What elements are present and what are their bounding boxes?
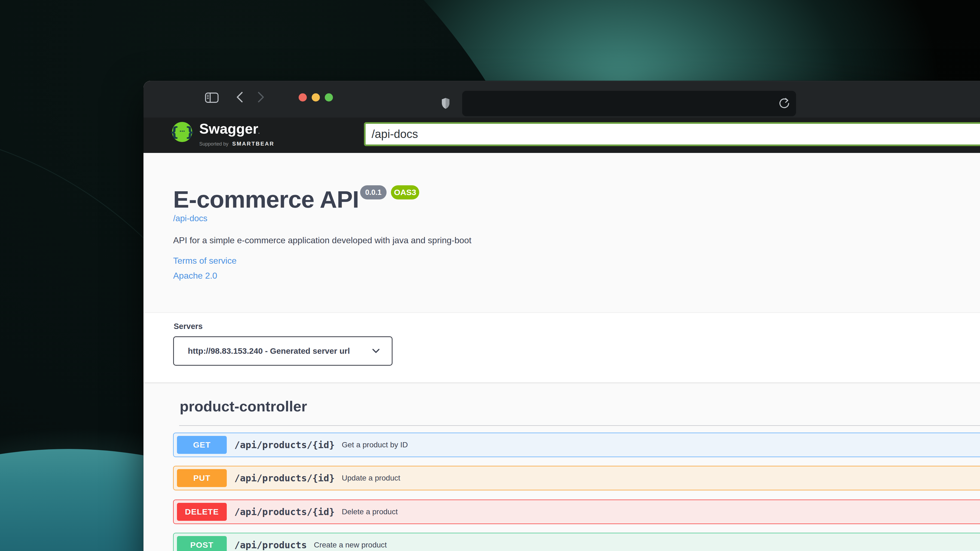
server-select-value: http://98.83.153.240 - Generated server … (188, 346, 350, 356)
swagger-page: E-commerce API 0.0.1 OAS3 /api-docs API … (143, 153, 980, 551)
swagger-logo: {···} Swagger. Supported by SMARTBEAR (172, 121, 274, 147)
address-bar[interactable] (462, 91, 796, 116)
swagger-topbar: {···} Swagger. Supported by SMARTBEAR (143, 118, 980, 153)
version-badge: 0.0.1 (360, 185, 387, 200)
close-window-button[interactable] (299, 93, 307, 102)
license-link[interactable]: Apache 2.0 (173, 271, 217, 281)
http-method-badge[interactable]: PUT (177, 469, 227, 487)
swagger-logo-wordmark: Swagger. (199, 121, 274, 140)
oas3-badge: OAS3 (391, 185, 419, 200)
forward-button-icon[interactable] (258, 92, 264, 103)
browser-toolbar (143, 81, 980, 118)
operation-row[interactable]: PUT /api/products/{id} Update a product (173, 466, 980, 490)
operation-summary: Update a product (342, 474, 400, 483)
http-method-badge[interactable]: DELETE (177, 503, 227, 521)
servers-panel: Servers http://98.83.153.240 - Generated… (143, 313, 980, 382)
spec-link[interactable]: /api-docs (173, 214, 207, 223)
terms-of-service-link[interactable]: Terms of service (173, 256, 237, 266)
operation-summary: Delete a product (342, 508, 398, 516)
desktop: {···} Swagger. Supported by SMARTBEAR E-… (0, 0, 980, 551)
operation-summary: Create a new product (314, 541, 387, 549)
api-title: E-commerce API (173, 186, 359, 213)
operation-summary: Get a product by ID (342, 440, 408, 449)
privacy-shield-icon[interactable] (441, 97, 450, 110)
zoom-window-button[interactable] (325, 93, 333, 102)
operation-row[interactable]: POST /api/products Create a new product (173, 533, 980, 551)
http-method-badge[interactable]: POST (177, 536, 227, 551)
controller-tag-heading[interactable]: product-controller (180, 398, 307, 415)
swagger-logo-icon: {···} (172, 122, 192, 142)
servers-label: Servers (174, 322, 202, 331)
api-description: API for a simple e-commerce application … (173, 235, 471, 245)
operation-row[interactable]: GET /api/products/{id} Get a product by … (173, 433, 980, 457)
back-button-icon[interactable] (236, 92, 243, 103)
minimize-window-button[interactable] (312, 93, 320, 102)
supported-by-label: Supported by (199, 141, 228, 147)
smartbear-wordmark: SMARTBEAR (232, 141, 274, 147)
operation-path: /api/products/{id} (234, 473, 334, 484)
spec-url-input[interactable] (364, 122, 980, 146)
reload-icon[interactable] (776, 96, 792, 111)
operation-path: /api/products/{id} (234, 507, 334, 517)
tag-divider (179, 425, 980, 426)
browser-window: {···} Swagger. Supported by SMARTBEAR E-… (143, 81, 980, 551)
server-select[interactable]: http://98.83.153.240 - Generated server … (173, 336, 393, 366)
operation-path: /api/products (234, 540, 307, 551)
operation-path: /api/products/{id} (234, 440, 334, 450)
operation-row[interactable]: DELETE /api/products/{id} Delete a produ… (173, 500, 980, 524)
chevron-down-icon (372, 349, 380, 354)
http-method-badge[interactable]: GET (177, 436, 227, 454)
sidebar-toggle-icon[interactable] (205, 92, 219, 103)
